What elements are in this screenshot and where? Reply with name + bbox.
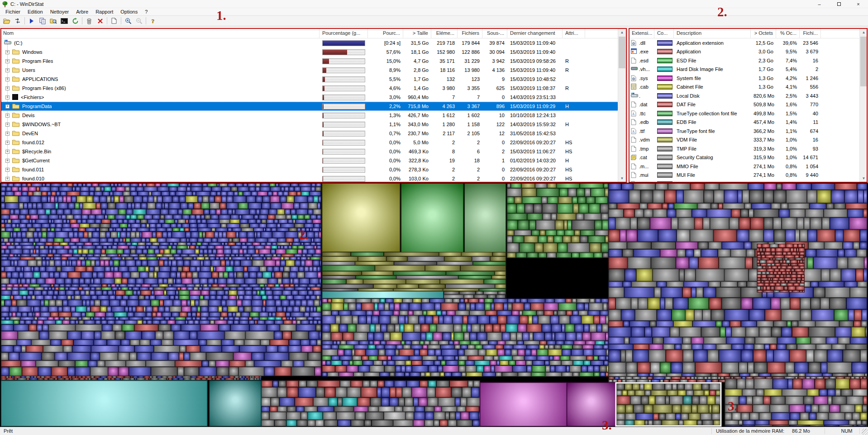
tree-scrollbar[interactable]: ▲ ▼ xyxy=(618,28,626,182)
refresh-all-button[interactable] xyxy=(12,16,23,26)
scroll-thumb[interactable] xyxy=(619,37,625,68)
scroll-up-icon[interactable]: ▲ xyxy=(618,28,626,36)
extension-row-m[interactable]: .m...MMO File274,1 Mo0,8%1 054 xyxy=(629,162,868,171)
maximize-button[interactable] xyxy=(829,0,849,8)
scroll-down-icon[interactable]: ▼ xyxy=(860,175,868,182)
extension-row-ttc[interactable]: A.ttcTrueType collection font file499,8 … xyxy=(629,109,868,118)
menu-item-fichier[interactable]: Fichier xyxy=(2,9,24,15)
tree-header-nom[interactable]: Nom xyxy=(0,28,320,38)
extension-row-cab[interactable]: .cabCabinet File1,3 Go4,1%556 xyxy=(629,83,868,92)
tree-row-fichiers[interactable]: +<Fichiers>3,0%960,4 Mo77014/03/2019 23:… xyxy=(0,93,627,102)
delete-button[interactable] xyxy=(95,16,105,26)
expand-plus-icon[interactable]: + xyxy=(5,77,10,81)
extension-scrollbar[interactable]: ▲ ▼ xyxy=(859,28,868,182)
menu-item-arbre[interactable]: Arbre xyxy=(72,9,92,15)
zoom-in-button[interactable] xyxy=(123,16,134,26)
expand-plus-icon[interactable]: + xyxy=(5,168,10,172)
extension-row-sys[interactable]: .sysSystem file1,3 Go4,2%1 246 xyxy=(629,74,868,83)
expand-plus-icon[interactable]: + xyxy=(5,95,10,99)
ext-header-octets[interactable]: > Octets xyxy=(751,28,776,38)
scroll-down-icon[interactable]: ▼ xyxy=(618,175,626,182)
tree-row-applications[interactable]: +APPLICATIONS5,5%1,7 Go132123915/03/2019… xyxy=(0,75,627,84)
refresh-selected-button[interactable] xyxy=(70,16,81,26)
tree-row-programfilesx86[interactable]: +Program Files (x86)4,6%1,4 Go3 9803 355… xyxy=(0,84,627,93)
tree-header-attr[interactable]: Attri... xyxy=(563,28,585,38)
ext-header-pct[interactable]: % Oc... xyxy=(776,28,800,38)
help-button[interactable]: ? xyxy=(148,16,158,26)
cell-pct: 1,6% xyxy=(776,102,800,107)
tree-header-sous[interactable]: Sous-... xyxy=(482,28,507,38)
tree-header-taille[interactable]: > Taille xyxy=(403,28,431,38)
minimize-button[interactable]: – xyxy=(810,0,829,8)
expand-plus-icon[interactable]: + xyxy=(5,59,10,63)
cell-taille: 960,4 Mo xyxy=(403,95,431,100)
extension-row-tmp[interactable]: .tmpTMP File319,3 Mo1,0%93 xyxy=(629,144,868,153)
go-button[interactable] xyxy=(26,16,37,26)
close-button[interactable]: × xyxy=(849,0,868,8)
extension-row-dat[interactable]: .datDAT File509,8 Mo1,6%770 xyxy=(629,100,868,109)
extension-row-dll[interactable]: .dllApplication extension12,5 Go39,6%23 … xyxy=(629,38,868,47)
open-button[interactable] xyxy=(1,16,12,26)
resize-grip[interactable] xyxy=(862,429,868,435)
expand-plus-icon[interactable]: + xyxy=(5,150,10,154)
expand-plus-icon[interactable]: + xyxy=(5,104,10,109)
tree-row-programdata[interactable]: +ProgramData2,2%715,8 Mo4 2633 36789615/… xyxy=(0,102,627,111)
extension-name-cell: .tmp xyxy=(629,146,654,152)
extension-row-ttf[interactable]: A.ttfTrueType font file366,2 Mo1,1%674 xyxy=(629,127,868,136)
ext-header-desc[interactable]: Description xyxy=(674,28,751,38)
expand-plus-icon[interactable]: + xyxy=(5,68,10,72)
expand-plus-icon[interactable]: + xyxy=(5,50,10,54)
properties-button[interactable] xyxy=(109,16,119,26)
extension-row-mui[interactable]: .muiMUI File274,1 Mo0,8%9 440 xyxy=(629,171,868,180)
tree-row-deven[interactable]: +DevEN0,7%230,7 Mo2 1172 1051231/05/2018… xyxy=(0,129,627,138)
menu-item-edition[interactable]: Edition xyxy=(24,9,47,15)
tree-row-found010[interactable]: +found.0100,0%103,0 Ko22022/09/2016 09:2… xyxy=(0,174,627,182)
tree-header-fichiers[interactable]: Fichiers xyxy=(458,28,482,38)
tree-row-found011[interactable]: +found.0110,0%278,3 Ko22022/09/2016 09:2… xyxy=(0,165,627,174)
extension-row-cat[interactable]: .catSecurity Catalog315,9 Mo1,0%14 671 xyxy=(629,153,868,162)
tree-header-date[interactable]: Dernier changement xyxy=(507,28,563,38)
extension-row-edb[interactable]: .edbEDB File457,4 Mo1,4%11 xyxy=(629,118,868,127)
menu-item-nettoyer[interactable]: Nettoyer xyxy=(47,9,73,15)
explorer-here-button[interactable] xyxy=(48,16,59,26)
tree-row-devis[interactable]: +Devis1,3%426,7 Mo1 6121 6021010/10/2018… xyxy=(0,111,627,120)
command-prompt-button[interactable] xyxy=(59,16,70,26)
menu-item-?[interactable]: ? xyxy=(141,9,151,15)
extension-row-vdm[interactable]: .vdmVDM File333,7 Mo1,0%16 xyxy=(629,136,868,145)
expand-plus-icon[interactable]: + xyxy=(5,123,10,127)
menu-item-options[interactable]: Options xyxy=(117,9,141,15)
expand-plus-icon[interactable]: + xyxy=(5,86,10,90)
copy-path-button[interactable] xyxy=(37,16,48,26)
tree-row-users[interactable]: +Users8,9%2,8 Go18 11613 9804 13615/03/2… xyxy=(0,66,627,75)
tree-row-windowsbt[interactable]: +$WINDOWS.~BT1,1%343,0 Mo1 2801 15812214… xyxy=(0,120,627,129)
ext-header-ext[interactable]: Extensi... xyxy=(629,28,654,38)
tree-header-pourc[interactable]: Pourc... xyxy=(368,28,403,38)
extension-row-bin[interactable]: .binBIN File231,8 Mo0,7%429 xyxy=(629,180,868,182)
extension-row-esd[interactable]: .esdESD File2,3 Go7,4%16 xyxy=(629,56,868,65)
ext-header-color[interactable]: Co... xyxy=(654,28,674,38)
extension-row-[interactable]: .Local Disk820,6 Mo2,5%3 443 xyxy=(629,91,868,100)
tree-row-recyclebin[interactable]: +$Recycle.Bin0,0%469,3 Ko86215/03/2019 1… xyxy=(0,147,627,156)
scroll-up-icon[interactable]: ▲ xyxy=(860,28,868,36)
menu-item-rapport[interactable]: Rapport xyxy=(92,9,117,15)
tree-row-c[interactable]: (C:)[0:24 s]31,5 Go219 718179 84439 8741… xyxy=(0,38,627,47)
treemap-canvas[interactable] xyxy=(0,183,868,427)
expand-plus-icon[interactable]: + xyxy=(5,159,10,163)
expand-plus-icon[interactable]: + xyxy=(5,141,10,145)
scroll-thumb[interactable] xyxy=(860,37,867,86)
tree-row-programfiles[interactable]: +Program Files15,0%4,7 Go35 17131 2293 9… xyxy=(0,57,627,66)
extension-row-vh[interactable]: .vh...Hard Disk Image File1,7 Go5,4%2 xyxy=(629,65,868,74)
expand-plus-icon[interactable]: + xyxy=(5,113,10,118)
tree-row-found012[interactable]: +found.0120,0%5,0 Mo22022/09/2016 09:20:… xyxy=(0,138,627,147)
zoom-out-button[interactable] xyxy=(134,16,144,26)
tree-row-getcurrent[interactable]: +$GetCurrent0,0%322,8 Ko1918101/02/2019 … xyxy=(0,156,627,165)
recycle-bin-button[interactable] xyxy=(84,16,95,26)
disk-file-icon xyxy=(631,66,637,72)
tree-row-windows[interactable]: +Windows57,6%18,1 Go152 980122 88630 094… xyxy=(0,47,627,57)
ext-header-fichi[interactable]: Fichi... xyxy=(800,28,821,38)
tree-header-eleme[interactable]: Eléme... xyxy=(431,28,458,38)
expand-plus-icon[interactable]: + xyxy=(5,177,10,181)
tree-header-bar[interactable]: Pourcentage (g... xyxy=(320,28,368,38)
extension-row-exe[interactable]: .exeApplication3,0 Go9,5%3 679 xyxy=(629,47,868,57)
expand-plus-icon[interactable]: + xyxy=(5,132,10,136)
